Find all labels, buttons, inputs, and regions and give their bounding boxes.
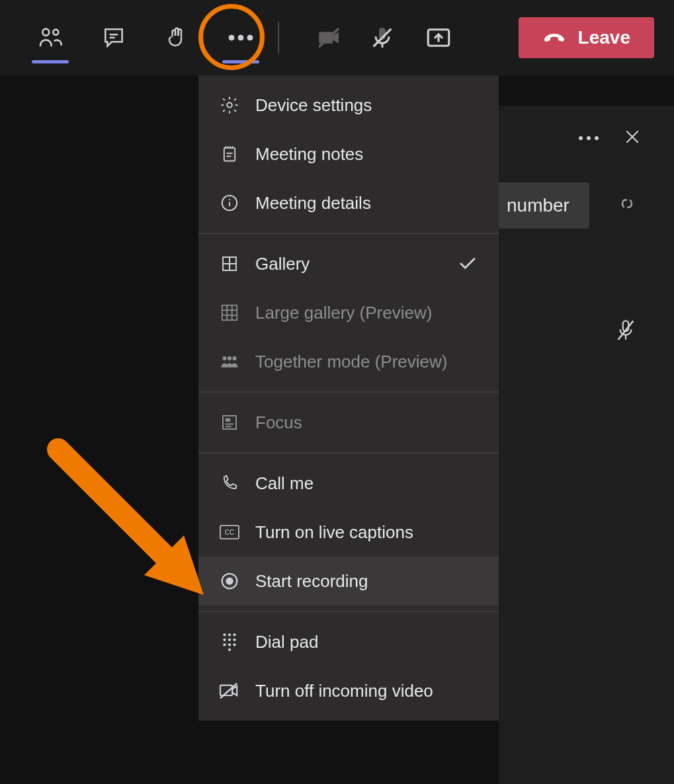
svg-marker-60	[144, 535, 204, 595]
svg-point-30	[232, 356, 236, 360]
svg-rect-32	[226, 418, 231, 422]
svg-point-4	[229, 35, 234, 40]
menu-label: Dial pad	[255, 632, 479, 652]
share-button[interactable]	[409, 0, 468, 75]
leave-button[interactable]: Leave	[519, 17, 654, 58]
more-actions-button[interactable]	[209, 0, 273, 75]
svg-rect-14	[224, 148, 235, 161]
dialpad-icon	[218, 631, 241, 653]
svg-point-28	[222, 356, 226, 360]
raise-hand-button[interactable]	[146, 0, 209, 75]
svg-point-44	[233, 639, 235, 641]
menu-item-live-captions[interactable]: CC Turn on live captions	[198, 508, 499, 557]
svg-line-59	[58, 450, 171, 562]
number-chip[interactable]: number	[499, 182, 589, 229]
menu-item-meeting-details[interactable]: Meeting details	[198, 178, 499, 227]
number-chip-label: number	[507, 195, 569, 216]
info-icon	[218, 192, 241, 214]
svg-point-39	[223, 633, 226, 636]
menu-label: Call me	[255, 473, 479, 494]
incoming-video-off-icon	[218, 680, 241, 702]
toolbar-separator	[278, 22, 279, 54]
menu-label: Together mode (Preview)	[255, 352, 479, 372]
svg-point-0	[42, 29, 49, 36]
together-icon	[218, 350, 241, 373]
menu-label: Start recording	[255, 571, 479, 592]
svg-rect-23	[222, 305, 237, 321]
menu-label: Meeting notes	[255, 144, 479, 165]
menu-label: Large gallery (Preview)	[255, 303, 479, 323]
svg-text:CC: CC	[225, 529, 234, 536]
gear-icon	[218, 94, 241, 116]
side-panel: number	[499, 106, 674, 784]
panel-close-icon[interactable]	[624, 128, 641, 148]
svg-point-40	[228, 633, 231, 636]
menu-item-large-gallery: Large gallery (Preview)	[198, 288, 499, 337]
svg-point-6	[247, 35, 253, 40]
annotation-arrow	[45, 436, 217, 608]
svg-point-52	[587, 136, 591, 140]
participant-mic-off-icon[interactable]	[614, 319, 637, 346]
menu-item-together-mode: Together mode (Preview)	[198, 337, 499, 386]
checkmark-icon	[456, 253, 479, 275]
svg-point-53	[595, 136, 599, 140]
panel-more-icon[interactable]	[577, 132, 600, 144]
svg-point-43	[228, 639, 231, 641]
menu-label: Focus	[255, 412, 479, 433]
record-icon	[218, 570, 241, 592]
menu-item-turn-off-incoming-video[interactable]: Turn off incoming video	[198, 666, 499, 715]
menu-label: Meeting details	[255, 193, 479, 214]
svg-point-47	[233, 643, 235, 646]
menu-item-meeting-notes[interactable]: Meeting notes	[198, 130, 499, 178]
camera-off-button[interactable]	[303, 0, 356, 75]
chat-button[interactable]	[82, 0, 146, 75]
svg-point-46	[228, 643, 231, 646]
meeting-toolbar: Leave	[0, 0, 674, 75]
svg-point-1	[53, 30, 58, 35]
menu-label: Turn off incoming video	[255, 681, 479, 701]
svg-point-19	[229, 199, 230, 200]
menu-item-call-me[interactable]: Call me	[198, 459, 499, 508]
svg-point-29	[228, 356, 232, 360]
svg-point-45	[223, 643, 226, 646]
phone-icon	[218, 472, 241, 494]
menu-label: Device settings	[255, 95, 479, 116]
gallery-icon	[218, 253, 241, 275]
svg-point-42	[223, 639, 226, 641]
menu-label: Turn on live captions	[255, 522, 479, 543]
large-gallery-icon	[218, 301, 241, 324]
mic-off-button[interactable]	[356, 0, 409, 75]
svg-point-48	[228, 648, 231, 651]
svg-point-5	[238, 35, 243, 40]
svg-point-38	[226, 577, 233, 584]
menu-label: Gallery	[255, 254, 442, 274]
svg-point-13	[227, 102, 232, 108]
cc-icon: CC	[218, 521, 241, 543]
link-icon[interactable]	[616, 194, 638, 216]
menu-item-device-settings[interactable]: Device settings	[198, 81, 499, 130]
menu-item-focus: Focus	[198, 398, 499, 447]
hangup-icon	[542, 28, 566, 48]
menu-item-start-recording[interactable]: Start recording	[198, 557, 499, 606]
notes-icon	[218, 143, 241, 165]
participants-button[interactable]	[19, 0, 82, 75]
more-actions-menu: Device settings Meeting notes Meeting de…	[198, 75, 499, 721]
menu-item-dial-pad[interactable]: Dial pad	[198, 617, 499, 666]
svg-point-41	[233, 633, 235, 636]
svg-point-51	[579, 136, 583, 140]
focus-icon	[218, 411, 241, 434]
menu-item-gallery[interactable]: Gallery	[198, 239, 499, 288]
leave-label: Leave	[578, 27, 630, 48]
